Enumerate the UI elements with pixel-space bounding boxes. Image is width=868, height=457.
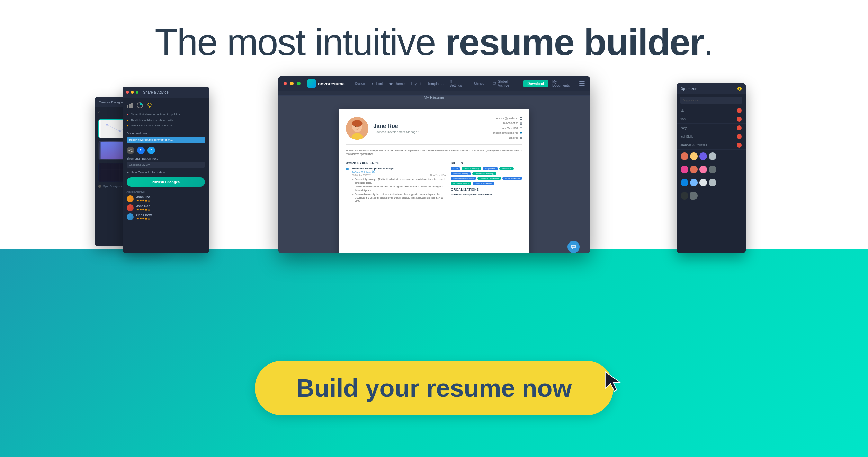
svg-point-21 — [148, 103, 151, 106]
optimizer-circle-1 — [737, 108, 742, 113]
skill-outbound-marketing: Outbound Marketing — [477, 177, 501, 180]
my-documents-link[interactable]: My Documents — [552, 80, 575, 87]
resume-avatar — [346, 117, 368, 140]
advice-item-2: ● This link should not be shared with… — [127, 118, 205, 123]
cta-button[interactable]: Build your resume now — [254, 361, 613, 415]
advice-text-3: Instead, you should send the PDF… — [131, 124, 175, 128]
optimizer-item-erences[interactable]: erences & Courses — [677, 141, 746, 150]
archive-person-1[interactable]: John Doe ★★★★☆ — [127, 195, 205, 202]
window-topbar: novoresume Design A Font Theme Layout Te… — [278, 76, 590, 91]
resume-name-section: Jane Roe Business Development Manager — [374, 123, 487, 134]
skill-research-strategy: Research & Strategy — [472, 172, 496, 175]
hide-contact-toggle[interactable]: ▶ Hide Contact Information — [127, 170, 205, 174]
skill-negotiation: Negotiation — [483, 167, 498, 170]
advice-bullet-3: ● — [127, 124, 128, 128]
resume-canvas[interactable]: My Résumé — [278, 96, 590, 253]
color-swatch-yellow[interactable] — [690, 152, 698, 160]
share-icon-twitter[interactable]: t — [147, 147, 155, 154]
share-panel-title: Share & Advice — [143, 90, 169, 94]
novoresume-logo: novoresume — [307, 79, 344, 88]
nav-font[interactable]: A Font — [371, 82, 383, 86]
share-icon-facebook[interactable]: f — [137, 147, 145, 154]
sync-icon — [98, 185, 101, 188]
nav-templates[interactable]: Templates — [428, 82, 444, 86]
nav-design-label: Design — [355, 82, 365, 85]
optimizer-circle-3 — [737, 125, 742, 130]
color-swatch-orange[interactable] — [681, 152, 688, 160]
optimizer-item-ical-skills[interactable]: ical Skills — [677, 132, 746, 141]
main-resume-window[interactable]: novoresume Design A Font Theme Layout Te… — [278, 76, 590, 253]
headline-part3: . — [704, 21, 713, 63]
email-text: jane.roe@gmail.com — [496, 116, 518, 121]
bg-arrow-left[interactable]: ‹ — [98, 109, 100, 115]
bar-chart-icon — [127, 102, 134, 109]
work-experience-title: WORK EXPERIENCE — [346, 161, 446, 165]
headline-section: The most intuitive resume builder. — [0, 21, 868, 64]
share-panel[interactable]: Share & Advice — [123, 87, 209, 253]
resume-left-col: WORK EXPERIENCE Business Development Man… — [346, 159, 446, 203]
person-avatar-1 — [127, 195, 134, 202]
window-right-nav: Download My Documents — [523, 80, 584, 87]
optimizer-panel[interactable]: Optimizer ! Suggestions cts tion nary ic… — [677, 83, 746, 253]
color-swatch-salmon[interactable] — [690, 166, 698, 173]
job-location: New York, USA — [430, 174, 446, 176]
skill-sales-marketing: Sales & Marketing — [473, 182, 494, 185]
color-swatch-mid-gray[interactable] — [709, 179, 716, 186]
contact-email: jane.roe@gmail.com — [493, 116, 522, 121]
person-name-3: Chris Bow — [136, 213, 152, 217]
color-swatch-dark-gray[interactable] — [709, 166, 716, 173]
advice-item-1: ● Shared links have no automatic updates — [127, 112, 205, 117]
chat-bubble[interactable] — [567, 241, 580, 253]
svg-rect-17 — [127, 105, 128, 108]
optimizer-label-cts: cts — [681, 109, 685, 112]
publish-button[interactable]: Publish Changes — [127, 177, 205, 187]
color-swatch-blue[interactable] — [681, 179, 688, 186]
nav-layout[interactable]: Layout — [411, 82, 421, 86]
share-icon-link[interactable] — [127, 147, 134, 154]
my-resume-label: My Résumé — [424, 96, 444, 99]
panel-dot-red — [126, 91, 129, 94]
resume-name: Jane Roe — [374, 123, 487, 129]
optimizer-circle-5 — [737, 143, 742, 148]
color-swatch-purple[interactable] — [699, 152, 707, 160]
window-nav: Design A Font Theme Layout Templates ⚙ S… — [355, 80, 466, 87]
toggle-arrow-icon: ▶ — [127, 170, 129, 174]
color-swatch-special[interactable] — [690, 192, 698, 200]
contact-website: Jane.roe — [493, 136, 522, 140]
logo-icon — [307, 79, 316, 88]
skill-emotional-intelligence: Emotional Intelligence — [451, 177, 476, 180]
color-swatches-row2 — [677, 163, 746, 176]
resume-paper[interactable]: Jane Roe Business Development Manager ja… — [339, 109, 529, 253]
advice-bullet-2: ● — [127, 118, 128, 123]
phone-icon — [520, 122, 522, 125]
optimizer-item-nary[interactable]: nary — [677, 124, 746, 132]
color-swatch-gray[interactable] — [709, 152, 716, 160]
share-panel-topbar: Share & Advice — [123, 87, 209, 98]
skill-email-marketing: Email Marketing — [502, 177, 522, 180]
optimizer-item-tion[interactable]: tion — [677, 115, 746, 124]
color-swatch-light-blue[interactable] — [690, 179, 698, 186]
hamburger-icon[interactable] — [579, 81, 585, 86]
ruler — [278, 91, 590, 96]
panel-dot-yellow — [131, 91, 134, 94]
archive-person-3[interactable]: Chris Bow ★★★★☆ — [127, 213, 205, 220]
color-swatch-light-gray[interactable] — [699, 179, 707, 186]
nav-global-archive[interactable]: Global Archive — [493, 80, 520, 87]
nav-settings[interactable]: ⚙ Settings — [449, 80, 465, 87]
color-swatch-pink[interactable] — [681, 166, 688, 173]
archive-person-2[interactable]: Jane Roe ★★★★☆ — [127, 204, 205, 211]
person-name-1: John Doe — [136, 195, 151, 199]
optimizer-item-cts[interactable]: cts — [677, 106, 746, 115]
color-swatch-very-dark[interactable] — [681, 192, 688, 200]
thumbnail-input[interactable]: Checkout My CV — [127, 162, 205, 168]
svg-point-43 — [521, 124, 521, 124]
job-company: AirState Solutions — [352, 170, 446, 173]
phone-text: 202-555-0166 — [503, 121, 518, 125]
screenshots-container: Creative Backgrounds 1/2 ‹ — [123, 76, 746, 256]
doc-link-input[interactable]: https://novoresume.com/reffrer-m… — [127, 137, 205, 143]
color-swatch-light-pink[interactable] — [699, 166, 707, 173]
nav-theme[interactable]: Theme — [389, 82, 405, 86]
optimizer-search[interactable]: Suggestions — [680, 97, 742, 104]
contact-linkedin: linkedin.com/in/jane.roe in — [493, 131, 522, 135]
download-button[interactable]: Download — [523, 80, 548, 87]
